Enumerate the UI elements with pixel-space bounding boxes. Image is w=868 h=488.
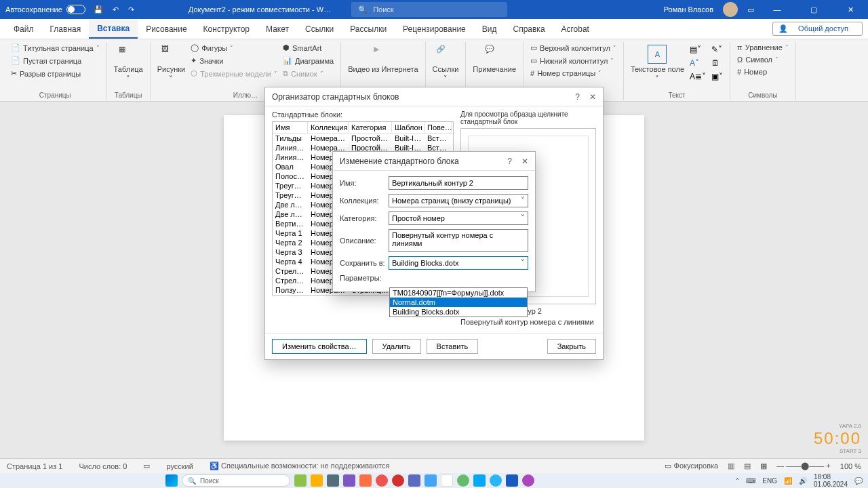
pictures-button[interactable]: 🖼Рисунки˅ <box>157 42 186 83</box>
savein-dropdown-list[interactable]: TM01840907[[fn=Формулы]].dotx Normal.dot… <box>389 287 528 317</box>
close-button[interactable]: ✕ <box>837 0 864 19</box>
undo-icon[interactable]: ↶ <box>113 5 119 14</box>
table-button[interactable]: ▦Таблица˅ <box>114 42 143 83</box>
task-icon[interactable] <box>457 474 469 487</box>
delete-button[interactable]: Удалить <box>372 339 421 354</box>
dlg2-close-button[interactable]: ✕ <box>521 157 528 166</box>
blank-page-button[interactable]: 📄 Пустая страница <box>11 55 100 66</box>
save-icon[interactable]: 💾 <box>94 5 103 14</box>
dropcap-icon[interactable]: A≣˅ <box>690 72 706 81</box>
menu-draw[interactable]: Рисование <box>138 20 195 38</box>
header-button[interactable]: ▭ Верхний колонтитул <box>530 42 616 54</box>
share-button[interactable]: 👤 Общий доступ <box>772 22 863 36</box>
pagenumber-button[interactable]: # Номер страницы <box>530 68 616 79</box>
edit-properties-button[interactable]: Изменить свойства… <box>272 339 367 354</box>
wordart-icon[interactable]: A˅ <box>690 58 706 68</box>
minimize-button[interactable]: — <box>764 0 791 19</box>
signature-icon[interactable]: ✎˅ <box>711 45 723 54</box>
menu-references[interactable]: Ссылки <box>297 20 342 38</box>
task-icon[interactable] <box>343 474 355 487</box>
menu-acrobat[interactable]: Acrobat <box>553 20 597 38</box>
shapes-button[interactable]: ◯ Фигуры <box>191 42 277 54</box>
view-web-icon[interactable]: ▦ <box>760 462 767 470</box>
task-icon[interactable] <box>408 474 420 487</box>
menu-insert[interactable]: Вставка <box>89 20 138 39</box>
menu-home[interactable]: Главная <box>42 20 90 38</box>
name-field[interactable]: Вертикальный контур 2 <box>389 176 528 190</box>
insert-button[interactable]: Вставить <box>427 339 479 354</box>
word-count[interactable]: Число слов: 0 <box>79 462 127 470</box>
menu-file[interactable]: Файл <box>5 20 42 38</box>
page-break-button[interactable]: ✂ Разрыв страницы <box>11 68 100 79</box>
footer-button[interactable]: ▭ Нижний колонтитул <box>530 55 616 66</box>
menu-mailings[interactable]: Рассылки <box>342 20 395 38</box>
focus-mode-button[interactable]: ▭ Фокусировка <box>665 462 718 470</box>
dropdown-option[interactable]: Normal.dotm <box>390 298 527 307</box>
ribbon-options-icon[interactable]: ▭ <box>747 5 754 14</box>
task-icon[interactable] <box>441 474 453 487</box>
textbox-button[interactable]: AТекстовое поле˅ <box>631 42 684 83</box>
links-button[interactable]: 🔗Ссылки˅ <box>433 42 459 83</box>
task-icon[interactable] <box>311 474 323 487</box>
table-row[interactable]: ТильдыНомера ст…Простой н…Built-In…Встав… <box>273 134 453 143</box>
volume-icon[interactable]: 🔊 <box>799 477 807 485</box>
cover-page-button[interactable]: 📄 Титульная страница <box>11 42 100 54</box>
close-button[interactable]: Закрыть <box>547 339 596 354</box>
accessibility-indicator[interactable]: ♿ Специальные возможности: не поддержива… <box>210 462 389 470</box>
task-icon[interactable] <box>359 474 372 487</box>
network-icon[interactable]: 📶 <box>784 477 792 485</box>
keyboard-icon[interactable]: ⌨ <box>746 477 755 485</box>
dlg2-help-button[interactable]: ? <box>507 157 512 166</box>
dropdown-option[interactable]: TM01840907[[fn=Формулы]].dotx <box>390 288 527 298</box>
task-icon[interactable] <box>506 474 518 487</box>
number-button[interactable]: # Номер <box>737 66 789 77</box>
description-field[interactable] <box>389 229 528 252</box>
view-read-icon[interactable]: ▤ <box>744 462 751 470</box>
dropdown-option[interactable]: Building Blocks.dotx <box>390 307 527 317</box>
task-icon[interactable] <box>522 474 534 487</box>
menu-help[interactable]: Справка <box>505 20 553 38</box>
proofing-icon[interactable]: ▭ <box>143 462 150 470</box>
language-indicator[interactable]: ENG <box>762 477 777 485</box>
chart-button[interactable]: 📊 Диаграмма <box>283 55 334 66</box>
tray-chevron-icon[interactable]: ˄ <box>736 477 739 485</box>
menu-design[interactable]: Конструктор <box>195 20 258 38</box>
language-indicator[interactable]: русский <box>166 462 193 470</box>
avatar[interactable] <box>723 2 738 17</box>
menu-view[interactable]: Вид <box>474 20 505 38</box>
zoom-slider[interactable]: — ——⬤—— + <box>776 462 831 470</box>
category-combo[interactable]: Простой номер <box>389 211 528 225</box>
symbol-button[interactable]: Ω Символ <box>737 54 789 65</box>
zoom-level[interactable]: 100 % <box>840 462 861 470</box>
quickparts-icon[interactable]: ▤˅ <box>690 45 706 54</box>
notifications-icon[interactable]: 💬 <box>854 477 863 485</box>
equation-button[interactable]: π Уравнение <box>737 42 789 53</box>
taskbar-search[interactable]: 🔍Поиск <box>182 474 290 487</box>
username[interactable]: Роман Власов <box>664 5 713 14</box>
search-box[interactable]: 🔍 Поиск <box>351 2 507 17</box>
dlg1-help-button[interactable]: ? <box>575 92 580 102</box>
menu-review[interactable]: Рецензирование <box>395 20 474 38</box>
dlg1-close-button[interactable]: ✕ <box>589 92 596 102</box>
task-icon[interactable] <box>376 474 388 487</box>
start-button[interactable] <box>165 474 178 487</box>
icons-button[interactable]: ✦ Значки <box>191 55 277 66</box>
task-icon[interactable] <box>490 474 502 487</box>
task-icon[interactable] <box>473 474 486 487</box>
comment-button[interactable]: 💬Примечание <box>473 42 516 73</box>
clock[interactable]: 18:0801.06.2024 <box>814 473 848 488</box>
savein-combo[interactable]: Building Blocks.dotx <box>389 256 528 270</box>
page-indicator[interactable]: Страница 1 из 1 <box>7 462 62 470</box>
task-icon[interactable] <box>294 474 307 487</box>
collection-combo[interactable]: Номера страниц (внизу страницы) <box>389 194 528 207</box>
menu-layout[interactable]: Макет <box>258 20 297 38</box>
datetime-icon[interactable]: 🗓 <box>711 58 723 68</box>
task-icon[interactable] <box>327 474 339 487</box>
view-print-icon[interactable]: ▥ <box>728 462 734 470</box>
task-icon[interactable] <box>425 474 437 487</box>
task-icon[interactable] <box>392 474 404 487</box>
table-header[interactable]: ИмяКоллекцияКатегорияШаблонПове… <box>273 122 453 134</box>
object-icon[interactable]: ▣˅ <box>711 72 723 81</box>
autosave-toggle[interactable] <box>66 5 85 14</box>
redo-icon[interactable]: ↷ <box>128 5 134 14</box>
